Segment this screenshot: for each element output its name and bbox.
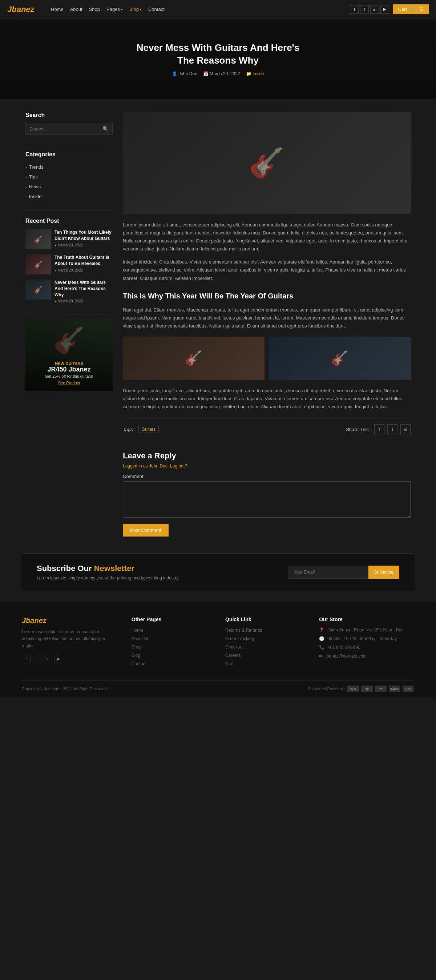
footer-instagram-icon[interactable]: in xyxy=(44,655,52,663)
facebook-icon[interactable]: f xyxy=(350,5,358,14)
newsletter-email-input[interactable] xyxy=(289,566,368,579)
share-facebook[interactable]: f xyxy=(374,424,384,434)
footer-page-home[interactable]: Home xyxy=(132,627,211,633)
article-para-3: Nam eget dui. Etiam rhoncus. Maecenas te… xyxy=(123,306,411,330)
article-h2: This Is Why This Year Will Be The Year O… xyxy=(123,291,411,301)
comment-textarea[interactable] xyxy=(123,481,411,518)
leave-reply: Leave a Reply Logged in as John Doe. Log… xyxy=(123,451,411,536)
footer-twitter-icon[interactable]: t xyxy=(33,655,41,663)
comment-label: Comment xyxy=(123,474,411,479)
guitar-ad[interactable]: 🎸 New Guitars JR450 Jbanez Get 25% off f… xyxy=(25,318,113,391)
search-box: 🔍 xyxy=(25,123,113,135)
category-trends[interactable]: › Trends xyxy=(25,162,113,172)
nav-about[interactable]: About xyxy=(70,6,82,12)
category-news[interactable]: › News xyxy=(25,182,113,192)
calendar-icon: 📅 xyxy=(203,71,209,76)
logged-in-text: Logged in as John Doe. Log out? xyxy=(123,463,411,469)
store-address: 📍 Jalan Sunset Road No. 189, Kuta - Bali xyxy=(319,627,414,633)
payment-visa: VISA xyxy=(347,686,359,692)
nav-shop[interactable]: Shop xyxy=(89,6,100,12)
footer-youtube-icon[interactable]: ▶ xyxy=(54,655,63,663)
footer-brand-col: Jbanez Lorem ipsum dolor sit amet, conse… xyxy=(22,617,117,669)
store-hours: 🕐 09 AM - 10 PM , Monday - Saturday xyxy=(319,636,414,641)
logo[interactable]: Jbanez xyxy=(7,5,44,14)
hero-content: Never Mess With Guitars And Here's The R… xyxy=(136,41,300,76)
hero-author: 👤 John Doe xyxy=(172,71,197,76)
footer-quicklinks-col: Quick Link Returns & Refunds Order Track… xyxy=(225,617,304,669)
recent-post-item-1[interactable]: 🎸 Ten Things You Most Likely Didn't Know… xyxy=(25,229,113,249)
category-tips[interactable]: › Tips xyxy=(25,172,113,182)
footer-copyright: Copyright © Jegtheme 2022. All Right Res… xyxy=(22,687,108,691)
recent-post-item-2[interactable]: 🎸 The Truth About Guitars Is About To Be… xyxy=(25,255,113,274)
footer-link-cart[interactable]: Cart xyxy=(225,661,304,666)
recent-post-thumb-2: 🎸 xyxy=(25,255,51,274)
sidebar: Search 🔍 Categories › Trends › Tips › xyxy=(25,112,113,536)
footer-link-returns[interactable]: Returns & Refunds xyxy=(225,627,304,633)
footer-pages-title: Other Pages xyxy=(132,617,211,622)
newsletter-desc: Lorem ipsum is simply dummy text of the … xyxy=(37,576,179,581)
search-input[interactable] xyxy=(26,123,99,135)
nav-contact[interactable]: Contact xyxy=(148,6,165,12)
article-image-right: 🎸 xyxy=(269,337,411,380)
article-para-2: Integer tincidunt. Cras dapibus. Vivamus… xyxy=(123,258,411,282)
store-phone: 📞 +62 945 678 890 xyxy=(319,645,414,650)
logout-link[interactable]: Log out? xyxy=(170,463,187,469)
nav-blog[interactable]: Blog ▾ xyxy=(129,6,142,12)
twitter-icon[interactable]: t xyxy=(360,5,369,14)
footer-link-checkout[interactable]: Checkout xyxy=(225,644,304,649)
header: Jbanez Home About Shop Pages ▾ Blog ▾ Co… xyxy=(0,0,436,19)
share-linkedin[interactable]: in xyxy=(400,424,411,434)
footer-link-tracking[interactable]: Order Tracking xyxy=(225,636,304,641)
hero-date: 📅 March 29, 2022 xyxy=(203,71,240,76)
footer-page-about[interactable]: About Us xyxy=(132,636,211,641)
footer-link-careers[interactable]: Careers xyxy=(225,652,304,658)
main-nav: Home About Shop Pages ▾ Blog ▾ Contact xyxy=(51,6,350,12)
footer-logo[interactable]: Jbanez xyxy=(22,617,117,625)
recent-posts-section: Recent Post 🎸 Ten Things You Most Likely… xyxy=(25,218,113,303)
footer-social-icons: f t in ▶ xyxy=(22,655,117,663)
recent-post-info-2: The Truth About Guitars Is About To Be R… xyxy=(54,255,113,274)
instagram-icon[interactable]: in xyxy=(370,5,379,14)
footer-facebook-icon[interactable]: f xyxy=(22,655,30,663)
article-image-left: 🎸 xyxy=(123,337,265,380)
footer-page-blog[interactable]: Blog xyxy=(132,652,211,658)
recent-post-title-3: Never Mess With Guitars And Here's The R… xyxy=(54,280,113,298)
hero-title: Never Mess With Guitars And Here's The R… xyxy=(136,41,300,67)
cat-arrow: › xyxy=(25,175,27,179)
youtube-icon[interactable]: ▶ xyxy=(381,5,389,14)
footer-pages-list: Home About Us Shop Blog Contact xyxy=(132,627,211,666)
nav-pages[interactable]: Pages ▾ xyxy=(106,6,123,12)
categories-section: Categories › Trends › Tips › News › Insi… xyxy=(25,151,113,201)
recent-post-title-1: Ten Things You Most Likely Didn't Know A… xyxy=(54,229,113,242)
newsletter-form: Subscribe xyxy=(289,566,399,579)
tags: Tags : Guitars xyxy=(123,426,159,433)
hero: Never Mess With Guitars And Here's The R… xyxy=(0,19,436,99)
footer-store-title: Our Store xyxy=(319,617,414,622)
footer-store-col: Our Store 📍 Jalan Sunset Road No. 189, K… xyxy=(319,617,414,669)
recent-post-item-3[interactable]: 🎸 Never Mess With Guitars And Here's The… xyxy=(25,280,113,303)
article-content: 🎸 Lorem ipsum dolor sit amet, consectetu… xyxy=(123,112,411,536)
recent-post-thumb-3: 🎸 xyxy=(25,280,51,299)
newsletter-submit-button[interactable]: Subscribe xyxy=(368,566,399,579)
post-comment-button[interactable]: Post Comment xyxy=(123,524,169,536)
tag-link[interactable]: Guitars xyxy=(138,426,159,433)
share-twitter[interactable]: t xyxy=(387,424,398,434)
guitar-ad-discount: Get 25% off for this guitars! xyxy=(45,374,93,379)
user-icon: 👤 xyxy=(172,71,177,76)
footer: Jbanez Lorem ipsum dolor sit amet, conse… xyxy=(0,602,436,697)
category-inside[interactable]: › Inside xyxy=(25,192,113,201)
guitar-ad-badge: New Guitars xyxy=(45,361,93,366)
footer-page-contact[interactable]: Contact xyxy=(132,661,211,666)
share: Share This : f t in xyxy=(346,424,411,434)
recent-post-title-2: The Truth About Guitars Is About To Be R… xyxy=(54,255,113,267)
email-icon: ✉ xyxy=(319,654,323,659)
footer-page-shop[interactable]: Shop xyxy=(132,644,211,649)
guitar-ad-link[interactable]: See Product xyxy=(45,380,93,385)
date-icon-2: ● xyxy=(54,268,57,272)
recent-post-info-1: Ten Things You Most Likely Didn't Know A… xyxy=(54,229,113,249)
search-button[interactable]: 🔍 xyxy=(99,123,112,135)
cart-button[interactable]: Cart 🛒 ☰ xyxy=(393,4,429,14)
search-title: Search xyxy=(25,112,113,118)
guitar-ad-name: JR450 Jbanez xyxy=(45,366,93,373)
nav-home[interactable]: Home xyxy=(51,6,63,12)
